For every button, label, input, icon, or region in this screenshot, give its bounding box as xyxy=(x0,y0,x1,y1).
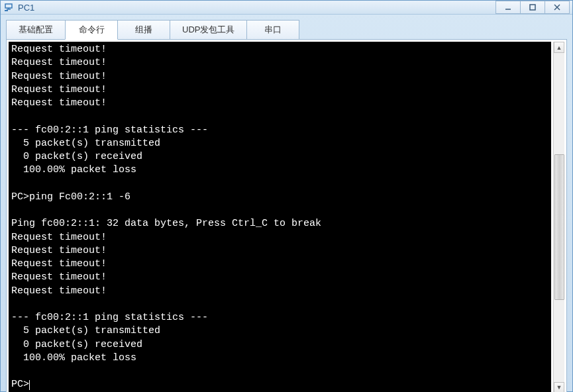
tab-basic-config[interactable]: 基础配置 xyxy=(6,20,66,40)
minimize-button[interactable] xyxy=(495,1,521,14)
window-controls xyxy=(496,1,570,14)
titlebar: PC1 xyxy=(1,1,572,15)
svg-rect-1 xyxy=(530,5,535,10)
tab-serial[interactable]: 串口 xyxy=(246,20,299,40)
tab-bar: 基础配置 命令行 组播 UDP发包工具 串口 xyxy=(6,20,567,40)
app-window: PC1 基础配置 命令行 组播 UDP发包工具 串口 Request timeo… xyxy=(0,0,573,392)
scroll-down-button[interactable]: ▼ xyxy=(554,382,564,393)
maximize-button[interactable] xyxy=(520,1,545,14)
scrollbar[interactable]: ▲ ▼ xyxy=(553,42,564,392)
tab-udp-tool[interactable]: UDP发包工具 xyxy=(170,20,247,40)
tab-multicast[interactable]: 组播 xyxy=(117,20,170,40)
close-button[interactable] xyxy=(545,1,570,14)
terminal-panel: Request timeout! Request timeout! Reques… xyxy=(6,39,567,392)
scroll-up-button[interactable]: ▲ xyxy=(554,42,564,53)
app-icon xyxy=(3,2,14,13)
terminal-output[interactable]: Request timeout! Request timeout! Reques… xyxy=(9,42,551,392)
window-title: PC1 xyxy=(18,3,496,13)
content-area: 基础配置 命令行 组播 UDP发包工具 串口 Request timeout! … xyxy=(1,15,572,392)
tab-command-line[interactable]: 命令行 xyxy=(65,20,118,40)
scroll-thumb[interactable] xyxy=(554,154,564,300)
